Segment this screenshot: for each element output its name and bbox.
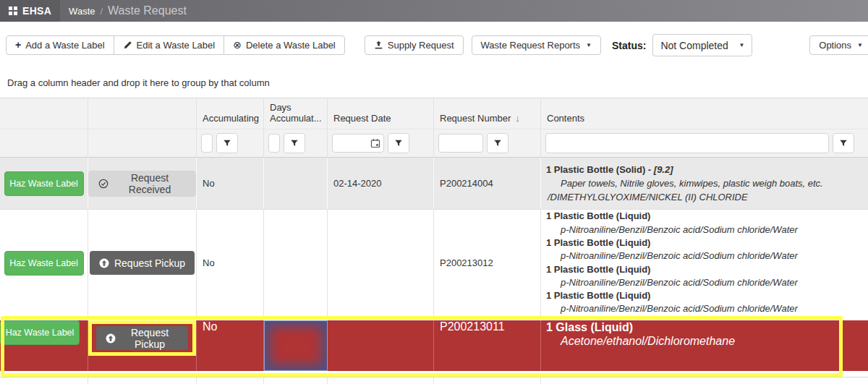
add-waste-label-text: Add a Waste Label [25, 40, 104, 51]
breadcrumb-waste[interactable]: Waste [69, 6, 95, 17]
table-row[interactable]: Haz Waste Label Request Received No 02-1… [0, 158, 868, 210]
contents-item-title: 1 Plastic Bottle (Solid) - [9.2] [546, 163, 673, 176]
column-header-request-date[interactable]: Request Date [328, 98, 434, 129]
request-number-cell: P200213011 [434, 320, 541, 371]
label-button-group: + Add a Waste Label Edit a Waste Label ⊗… [6, 35, 345, 55]
haz-waste-label-button[interactable]: Haz Waste Label [4, 171, 84, 196]
table-row[interactable]: Haz Waste Label Request Pickup No P20021… [0, 210, 868, 316]
contents-item-title: 1 Plastic Bottle (Liquid) [546, 289, 650, 302]
selected-row-background: Haz Waste Label Request Pickup No P20021… [0, 320, 868, 371]
delete-waste-label-button[interactable]: ⊗ Delete a Waste Label [224, 35, 345, 55]
funnel-icon [290, 139, 299, 148]
status-cell: Request Received [88, 158, 197, 209]
request-number-filter-button[interactable] [487, 133, 509, 153]
accumulating-cell: No [197, 320, 264, 371]
request-pickup-button[interactable]: Request Pickup [96, 326, 188, 350]
accumulating-filter-input[interactable] [201, 134, 213, 153]
haz-waste-label-cell [0, 377, 88, 384]
accumulating-cell [197, 377, 264, 384]
contents-item-title: 1 Plastic Bottle (Liquid) [546, 236, 650, 249]
request-number-cell [434, 377, 541, 384]
request-pickup-text: Request Pickup [114, 257, 185, 269]
request-received-text: Request Received [114, 172, 186, 195]
filter-row [0, 129, 868, 158]
contents-item-title: 1 Glass (Liquid) [546, 320, 868, 334]
column-header-contents[interactable]: Contents [541, 98, 868, 129]
days-accumulating-cell [264, 158, 328, 209]
funnel-icon [493, 139, 502, 148]
request-date-filter-button[interactable] [388, 133, 409, 153]
request-pickup-button[interactable]: Request Pickup [90, 251, 195, 275]
filter-cell-request-date [328, 129, 434, 157]
haz-waste-label-cell: Haz Waste Label [0, 158, 88, 209]
request-date-cell: 02-14-2020 [328, 158, 434, 209]
request-received-button[interactable]: Request Received [88, 171, 196, 197]
request-number-header-text: Request Number [440, 113, 511, 124]
haz-waste-label-button[interactable]: Haz Waste Label [0, 320, 80, 345]
options-button[interactable]: Options ▼ [809, 35, 868, 55]
days-filter-input[interactable] [268, 134, 280, 153]
status-cell: Request Pickup [88, 320, 197, 371]
request-pickup-text: Request Pickup [121, 327, 179, 350]
contents-filter-input[interactable] [545, 133, 829, 153]
filter-cell-accumulating [197, 129, 264, 157]
table-row[interactable] [0, 377, 868, 384]
caret-down-icon: ▼ [586, 42, 592, 48]
haz-waste-label-button[interactable]: Haz Waste Label [4, 251, 84, 276]
highlighted-table-row[interactable]: Haz Waste Label Request Pickup No P20021… [0, 316, 868, 377]
sort-descending-icon[interactable]: ↓ [515, 113, 520, 124]
delete-waste-label-text: Delete a Waste Label [246, 40, 336, 51]
app-name: EHSA [22, 5, 51, 17]
contents-cell: 1 Glass (Liquid) Acetone/ethanol/Dichlor… [541, 320, 868, 371]
haz-waste-label-cell: Haz Waste Label [0, 210, 88, 316]
waste-request-page: EHSA Waste / Waste Request + Add a Waste… [0, 0, 868, 384]
check-circle-icon [98, 179, 109, 189]
add-waste-label-button[interactable]: + Add a Waste Label [6, 35, 114, 55]
select-caret-down-icon: ▼ [739, 42, 745, 48]
column-header-label-buttons [0, 98, 88, 129]
request-number-filter-input[interactable] [438, 134, 483, 153]
accumulating-cell: No [197, 210, 264, 316]
filter-cell-request-number [434, 129, 541, 157]
request-number-cell: P200213012 [434, 210, 541, 316]
accumulating-cell: No [197, 158, 264, 209]
request-pickup-highlight-frame: Request Pickup [88, 320, 196, 356]
filter-cell-empty-1 [0, 129, 88, 157]
filter-cell-contents [541, 129, 868, 157]
status-cell [88, 377, 197, 384]
waste-request-reports-button[interactable]: Waste Request Reports ▼ [472, 35, 601, 55]
funnel-icon [223, 139, 231, 148]
column-header-accumulating[interactable]: Accumulating [197, 98, 264, 129]
supply-request-button[interactable]: Supply Request [365, 35, 464, 55]
page-title: Waste Request [108, 4, 187, 17]
edit-waste-label-text: Edit a Waste Label [137, 40, 216, 51]
request-date-cell [328, 377, 434, 384]
pencil-icon [123, 40, 132, 50]
calendar-icon[interactable] [370, 138, 380, 148]
accumulating-filter-button[interactable] [216, 133, 238, 153]
contents-cell [541, 377, 868, 384]
options-text: Options [819, 40, 851, 51]
contents-item-title: 1 Plastic Bottle (Liquid) [546, 210, 650, 223]
app-logo[interactable]: EHSA [0, 0, 60, 22]
app-header-bar: EHSA Waste / Waste Request [0, 0, 868, 22]
column-header-days-accumulating[interactable]: Days Accumulat... [264, 98, 328, 129]
request-date-cell [328, 210, 434, 316]
edit-waste-label-button[interactable]: Edit a Waste Label [114, 35, 225, 55]
contents-item-detail: p-Nitroaniline/Benzil/Benzoic acid/Sodiu… [546, 276, 798, 289]
contents-filter-button[interactable] [833, 133, 854, 153]
days-filter-button[interactable] [284, 133, 305, 153]
request-date-filter-input[interactable] [332, 134, 384, 153]
days-accumulating-cell [264, 210, 328, 316]
contents-item-detail: Acetone/ethanol/Dichloromethane [546, 334, 868, 348]
contents-item-detail: p-Nitroaniline/Benzil/Benzoic acid/Sodiu… [546, 223, 798, 236]
status-select[interactable]: Not Completed ▼ [652, 34, 752, 56]
haz-waste-label-cell: Haz Waste Label [0, 320, 88, 371]
column-header-status-buttons [88, 98, 197, 129]
contents-cell: 1 Plastic Bottle (Solid) - [9.2] Paper t… [541, 158, 868, 209]
column-header-request-number[interactable]: Request Number ↓ [434, 98, 541, 129]
contents-item-detail: p-Nitroaniline/Benzil/Benzoic acid/Sodiu… [546, 302, 798, 315]
status-cell: Request Pickup [88, 210, 197, 316]
group-by-drop-zone[interactable]: Drag a column header and drop it here to… [0, 69, 868, 98]
focused-cell-highlight [264, 320, 328, 371]
